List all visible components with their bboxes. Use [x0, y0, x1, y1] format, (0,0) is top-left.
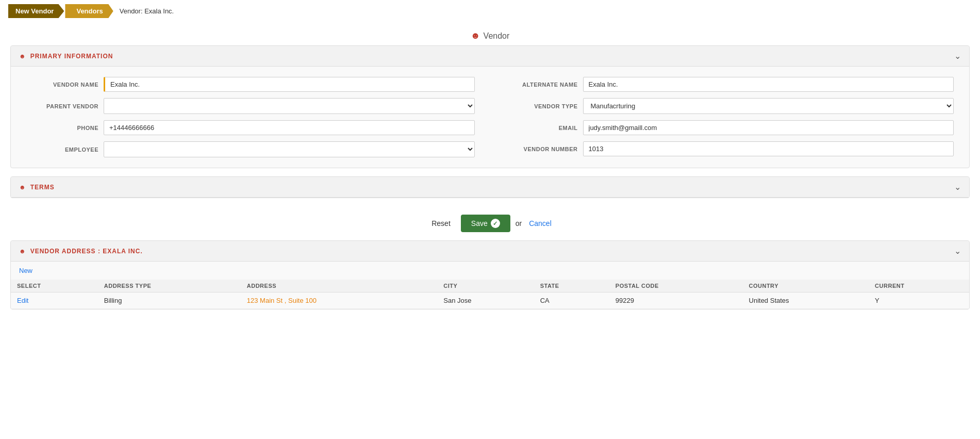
breadcrumb-new-vendor[interactable]: New Vendor [8, 4, 64, 18]
address-table-head: SELECT ADDRESS TYPE ADDRESS CITY STATE P… [11, 280, 969, 292]
alternate-name-input[interactable] [583, 77, 954, 92]
reset-button[interactable]: Reset [426, 216, 456, 231]
edit-link[interactable]: Edit [17, 297, 28, 304]
primary-info-person-icon: ☻ [19, 53, 26, 60]
email-label: EMAIL [506, 125, 578, 131]
vendor-address-header[interactable]: ☻ VENDOR ADDRESS : EXALA INC. ⌄ [11, 241, 969, 262]
action-area: Reset Save ✓ or Cancel [10, 206, 970, 240]
terms-header[interactable]: ☻ TERMS ⌄ [11, 177, 969, 198]
row-address: 123 Main St , Suite 100 [241, 292, 438, 309]
action-or: or [516, 219, 522, 227]
terms-chevron: ⌄ [954, 182, 961, 192]
vendor-type-select[interactable]: Manufacrturing [583, 98, 954, 114]
main-content: ☻ PRIMARY INFORMATION ⌄ VENDOR NAME PARE… [0, 45, 980, 320]
vendor-type-label: VENDOR TYPE [506, 103, 578, 109]
col-postal-code: POSTAL CODE [609, 280, 743, 292]
col-select: SELECT [11, 280, 98, 292]
employee-label: EMPLOYEE [26, 147, 98, 153]
email-input[interactable] [583, 120, 954, 135]
vendor-name-row: VENDOR NAME [26, 77, 475, 92]
terms-person-icon: ☻ [19, 184, 26, 191]
vendor-address-title: VENDOR ADDRESS : EXALA INC. [30, 248, 143, 255]
col-country: COUNTRY [743, 280, 869, 292]
address-new-link[interactable]: New [11, 262, 41, 280]
breadcrumb: New Vendor Vendors Vendor: Exala Inc. [0, 0, 980, 22]
save-button[interactable]: Save ✓ [461, 215, 510, 232]
parent-vendor-row: PARENT VENDOR [26, 98, 475, 114]
vendor-address-chevron: ⌄ [954, 246, 961, 256]
vendor-address-section: ☻ VENDOR ADDRESS : EXALA INC. ⌄ New SELE… [10, 240, 970, 310]
email-row: EMAIL [506, 120, 954, 135]
employee-row: EMPLOYEE [26, 141, 475, 157]
breadcrumb-current: Vendor: Exala Inc. [120, 7, 174, 15]
address-table-body: Edit Billing 123 Main St , Suite 100 San… [11, 292, 969, 309]
page-title: Vendor [484, 31, 510, 41]
phone-row: PHONE [26, 120, 475, 135]
page-title-area: ☻ Vendor [0, 22, 980, 45]
save-check-icon: ✓ [491, 219, 500, 228]
primary-info-header[interactable]: ☻ PRIMARY INFORMATION ⌄ [11, 46, 969, 67]
vendor-name-input[interactable] [104, 77, 475, 92]
breadcrumb-vendors[interactable]: Vendors [65, 4, 113, 18]
col-state: STATE [534, 280, 609, 292]
vendor-name-label: VENDOR NAME [26, 82, 98, 88]
col-address-type: ADDRESS TYPE [98, 280, 241, 292]
row-current: Y [869, 292, 969, 309]
col-address: ADDRESS [241, 280, 438, 292]
vendor-address-person-icon: ☻ [19, 248, 26, 255]
phone-input[interactable] [104, 120, 475, 135]
row-select[interactable]: Edit [11, 292, 98, 309]
primary-info-chevron: ⌄ [954, 51, 961, 61]
save-label: Save [471, 219, 488, 227]
vendor-type-row: VENDOR TYPE Manufacrturing [506, 98, 954, 114]
alternate-name-row: ALTERNATE NAME [506, 77, 954, 92]
row-city: San Jose [437, 292, 534, 309]
vendor-number-label: VENDOR NUMBER [506, 146, 578, 152]
parent-vendor-select[interactable] [104, 98, 475, 114]
address-table: SELECT ADDRESS TYPE ADDRESS CITY STATE P… [11, 280, 969, 309]
primary-info-form-grid: VENDOR NAME PARENT VENDOR PHONE [26, 77, 954, 157]
terms-title: TERMS [30, 184, 55, 191]
vendor-number-row: VENDOR NUMBER [506, 141, 954, 156]
cancel-button[interactable]: Cancel [527, 216, 554, 231]
vendor-number-input[interactable] [583, 141, 954, 156]
vendor-address-body: New SELECT ADDRESS TYPE ADDRESS CITY STA… [11, 262, 969, 309]
row-state: CA [534, 292, 609, 309]
row-postal-code: 99229 [609, 292, 743, 309]
primary-info-section: ☻ PRIMARY INFORMATION ⌄ VENDOR NAME PARE… [10, 45, 970, 168]
parent-vendor-label: PARENT VENDOR [26, 103, 98, 109]
vendor-person-icon: ☻ [471, 30, 480, 41]
alternate-name-label: ALTERNATE NAME [506, 82, 578, 88]
primary-info-right-col: ALTERNATE NAME VENDOR TYPE Manufacrturin… [506, 77, 954, 157]
employee-select[interactable] [104, 141, 475, 157]
primary-info-left-col: VENDOR NAME PARENT VENDOR PHONE [26, 77, 475, 157]
phone-label: PHONE [26, 125, 98, 131]
primary-info-body: VENDOR NAME PARENT VENDOR PHONE [11, 67, 969, 168]
primary-info-title: PRIMARY INFORMATION [30, 53, 113, 60]
col-current: CURRENT [869, 280, 969, 292]
row-country: United States [743, 292, 869, 309]
table-row: Edit Billing 123 Main St , Suite 100 San… [11, 292, 969, 309]
terms-section: ☻ TERMS ⌄ [10, 176, 970, 198]
col-city: CITY [437, 280, 534, 292]
row-address-type: Billing [98, 292, 241, 309]
